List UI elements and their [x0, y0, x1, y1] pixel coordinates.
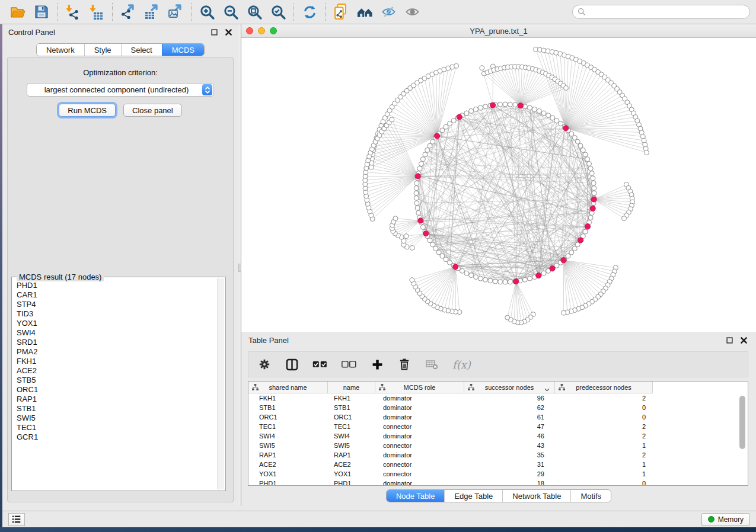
node-table: shared namenameMCDS rolesuccessor nodesp… — [248, 381, 748, 486]
add-row-icon[interactable] — [371, 357, 384, 372]
toolbar-separator — [294, 3, 294, 21]
mcds-result-list[interactable]: PHD1CAR1STP4TID3YOX1SWI4SRD1PMA2FKH1ACE2… — [13, 281, 216, 489]
save-session-icon[interactable] — [30, 2, 53, 22]
search-input[interactable] — [589, 6, 745, 18]
export-image-icon[interactable] — [164, 2, 187, 22]
mcds-result-item[interactable]: YOX1 — [13, 319, 216, 328]
table-row[interactable]: SWI5SWI5connector431 — [248, 441, 653, 450]
column-header-predecessor-nodes[interactable]: predecessor nodes — [555, 382, 653, 393]
mcds-result-item[interactable]: ORC1 — [13, 385, 216, 395]
tab-network[interactable]: Network — [37, 44, 84, 56]
function-builder-icon: f(x) — [452, 357, 471, 372]
column-header-name[interactable]: name — [328, 382, 375, 393]
table-cell: PHD1 — [248, 479, 328, 486]
table-scrollbar[interactable] — [739, 395, 746, 483]
tab-mcds[interactable]: MCDS — [162, 44, 204, 56]
delete-row-icon[interactable] — [398, 357, 411, 372]
tab-network-table[interactable]: Network Table — [502, 490, 570, 502]
mcds-result-legend: MCDS result (17 nodes) — [17, 273, 104, 281]
criterion-select[interactable]: largest connected component (undirected) — [27, 83, 214, 97]
mcds-result-item[interactable]: STB1 — [13, 404, 216, 414]
mcds-result-item[interactable]: SRD1 — [13, 338, 216, 347]
import-network-icon[interactable] — [61, 2, 85, 22]
refresh-layout-icon[interactable] — [298, 2, 321, 22]
zoom-in-icon[interactable] — [195, 2, 219, 22]
column-header-MCDS-role[interactable]: MCDS role — [375, 382, 464, 393]
main-toolbar — [0, 0, 756, 24]
close-table-panel-icon[interactable] — [739, 336, 748, 344]
sort-desc-icon[interactable] — [544, 386, 550, 393]
zoom-selected-icon[interactable] — [266, 2, 290, 22]
mcds-result-item[interactable]: FKH1 — [13, 357, 216, 366]
table-row[interactable]: SWI4SWI4dominator462 — [248, 431, 653, 441]
tab-node-table[interactable]: Node Table — [387, 490, 445, 502]
float-table-panel-icon[interactable] — [725, 336, 733, 344]
tab-edge-table[interactable]: Edge Table — [444, 490, 502, 502]
table-row[interactable]: ACE2ACE2connector311 — [248, 460, 653, 469]
table-row[interactable]: FKH1FKH1dominator962 — [248, 393, 653, 403]
table-cell: STB1 — [328, 403, 375, 412]
cytoscape-window: Control Panel NetworkStyleSelectMCDS Opt… — [0, 0, 756, 527]
table-row[interactable]: RAP1RAP1dominator352 — [248, 450, 653, 460]
run-mcds-button[interactable]: Run MCDS — [59, 104, 116, 117]
table-settings-icon[interactable] — [258, 357, 271, 372]
table-row[interactable]: TEC1TEC1connector472 — [248, 422, 653, 431]
export-table-icon[interactable] — [140, 2, 164, 22]
network-graph[interactable] — [241, 38, 756, 332]
toolbar-icon-group — [6, 0, 424, 24]
network-canvas[interactable] — [241, 38, 756, 332]
table-scrollbar-thumb[interactable] — [739, 396, 745, 449]
mcds-result-item[interactable]: TID3 — [13, 309, 216, 319]
table-row[interactable]: PHD1PHD1dominator180 — [248, 479, 653, 486]
table-cell: FKH1 — [328, 393, 375, 403]
tab-style[interactable]: Style — [84, 44, 121, 56]
column-header-successor-nodes[interactable]: successor nodes — [464, 382, 555, 393]
mcds-result-item[interactable]: SWI5 — [13, 414, 216, 423]
network-window-titlebar: YPA_prune.txt_1 — [241, 24, 756, 38]
table-cell: RAP1 — [248, 450, 328, 460]
memory-button[interactable]: Memory — [701, 513, 750, 526]
table-cell: dominator — [375, 479, 464, 486]
mcds-result-item[interactable]: RAP1 — [13, 395, 216, 404]
table-row[interactable]: YOX1YOX1connector291 — [248, 469, 653, 479]
show-all-icon[interactable] — [400, 2, 424, 22]
show-columns-icon[interactable] — [285, 357, 298, 372]
mcds-result-item[interactable]: TEC1 — [13, 423, 216, 432]
import-table-icon[interactable] — [85, 2, 109, 22]
column-header-shared-name[interactable]: shared name — [248, 382, 328, 393]
export-network-icon[interactable] — [116, 2, 140, 22]
mcds-result-item[interactable]: STP4 — [13, 300, 216, 309]
mcds-result-item[interactable]: CAR1 — [13, 290, 216, 300]
open-session-icon[interactable] — [6, 2, 30, 22]
new-network-from-selection-icon[interactable] — [329, 2, 353, 22]
select-all-icon[interactable] — [312, 357, 327, 372]
mcds-result-item[interactable]: GCR1 — [13, 432, 216, 442]
column-label: name — [343, 384, 360, 391]
table-cell: YOX1 — [248, 469, 328, 479]
hide-selected-icon[interactable] — [377, 2, 400, 22]
mcds-result-item[interactable]: STB5 — [13, 376, 216, 385]
deselect-all-icon[interactable] — [342, 357, 356, 372]
desktop-wallpaper-strip — [0, 24, 2, 527]
mcds-result-item[interactable]: SWI4 — [13, 328, 216, 338]
first-neighbors-icon[interactable] — [353, 2, 377, 22]
table-row[interactable]: ORC1ORC1dominator610 — [248, 412, 653, 422]
float-panel-icon[interactable] — [210, 28, 218, 36]
mcds-result-item[interactable]: PHD1 — [13, 281, 216, 290]
table-cell: dominator — [375, 431, 464, 441]
table-row[interactable]: STB1STB1dominator620 — [248, 403, 653, 412]
tab-select[interactable]: Select — [121, 44, 162, 56]
close-panel-icon[interactable] — [224, 28, 232, 36]
mcds-result-item[interactable]: PMA2 — [13, 347, 216, 357]
table-cell: 1 — [555, 441, 653, 450]
zoom-fit-icon[interactable] — [243, 2, 266, 22]
task-history-button[interactable] — [8, 513, 25, 526]
mcds-result-item[interactable]: ACE2 — [13, 366, 216, 376]
control-panel: Control Panel NetworkStyleSelectMCDS Opt… — [2, 24, 238, 506]
tab-motifs[interactable]: Motifs — [570, 490, 611, 502]
zoom-out-icon[interactable] — [219, 2, 243, 22]
mcds-list-scrollbar[interactable] — [217, 278, 224, 489]
close-panel-button[interactable]: Close panel — [123, 104, 182, 117]
table-cell: SWI4 — [328, 431, 375, 441]
search-box[interactable] — [572, 5, 750, 19]
